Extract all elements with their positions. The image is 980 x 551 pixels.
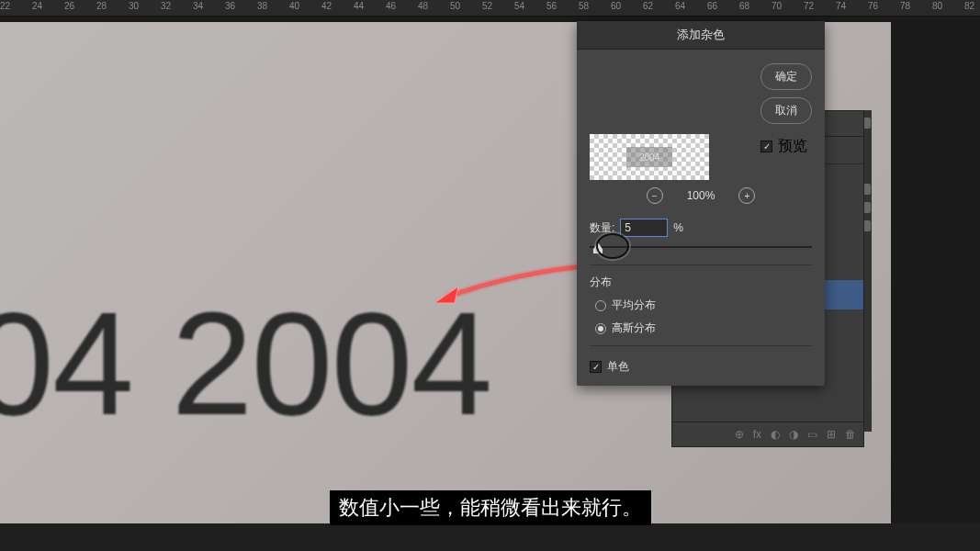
zoom-out-icon[interactable]: − bbox=[647, 187, 663, 204]
ruler-tick: 30 bbox=[129, 1, 139, 11]
preview-inner: 2004 bbox=[626, 147, 672, 167]
ruler-tick: 44 bbox=[354, 1, 364, 11]
ruler-tick: 36 bbox=[225, 1, 235, 11]
monochrome-checkbox[interactable]: ✓ bbox=[590, 361, 602, 373]
ruler-tick: 38 bbox=[257, 1, 267, 11]
radio-gaussian-label: 高斯分布 bbox=[612, 320, 656, 336]
radio-gaussian[interactable] bbox=[595, 323, 606, 334]
ruler-tick: 26 bbox=[64, 1, 74, 11]
ruler-tick: 22 bbox=[0, 1, 10, 11]
amount-input[interactable] bbox=[620, 219, 668, 237]
slider-thumb[interactable] bbox=[593, 242, 603, 253]
add-noise-dialog: 添加杂色 确定 取消 ✓ 预览 2004 − 100% + 数量: % 分布 bbox=[577, 21, 825, 386]
dialog-title: 添加杂色 bbox=[577, 21, 825, 50]
ruler-tick: 40 bbox=[289, 1, 299, 11]
ruler-tick: 34 bbox=[193, 1, 203, 11]
distribution-label: 分布 bbox=[590, 275, 812, 290]
bottom-strip bbox=[0, 523, 980, 551]
ruler-horizontal: 22 24 26 28 30 32 34 36 38 40 42 44 46 4… bbox=[0, 0, 980, 17]
amount-unit: % bbox=[673, 221, 683, 234]
ruler-tick: 46 bbox=[386, 1, 396, 11]
ruler-tick: 32 bbox=[161, 1, 171, 11]
new-layer-icon[interactable]: ⊞ bbox=[827, 428, 836, 441]
ruler-tick: 64 bbox=[675, 1, 685, 11]
group-icon[interactable]: ▭ bbox=[807, 428, 817, 441]
ruler-tick: 24 bbox=[32, 1, 42, 11]
fx-icon[interactable]: fx bbox=[753, 428, 761, 441]
radio-uniform-label: 平均分布 bbox=[612, 298, 656, 313]
ruler-tick: 70 bbox=[772, 1, 782, 11]
radio-uniform[interactable] bbox=[595, 300, 606, 311]
ruler-tick: 54 bbox=[514, 1, 524, 11]
ruler-tick: 58 bbox=[579, 1, 589, 11]
mask-icon[interactable]: ◐ bbox=[771, 428, 780, 441]
slider-track bbox=[590, 246, 812, 248]
ruler-tick: 50 bbox=[450, 1, 460, 11]
preview-thumbnail[interactable]: 2004 bbox=[590, 134, 709, 180]
zoom-in-icon[interactable]: + bbox=[738, 187, 755, 204]
preview-checkbox[interactable]: ✓ bbox=[760, 141, 772, 152]
layers-footer: ⊕ fx ◐ ◑ ▭ ⊞ 🗑 bbox=[672, 422, 863, 446]
ruler-tick: 28 bbox=[96, 1, 107, 11]
ruler-tick: 74 bbox=[836, 1, 846, 11]
cancel-button[interactable]: 取消 bbox=[760, 97, 812, 124]
trash-icon[interactable]: 🗑 bbox=[845, 428, 856, 441]
amount-label: 数量: bbox=[590, 220, 614, 236]
ruler-tick: 66 bbox=[707, 1, 717, 11]
adjustment-icon[interactable]: ◑ bbox=[789, 428, 798, 441]
ruler-tick: 42 bbox=[321, 1, 332, 11]
ruler-tick: 56 bbox=[546, 1, 557, 11]
ok-button[interactable]: 确定 bbox=[760, 63, 812, 90]
ruler-tick: 48 bbox=[418, 1, 428, 11]
ruler-tick: 80 bbox=[932, 1, 942, 11]
subtitle-caption: 数值小一些，能稍微看出来就行。 bbox=[330, 490, 651, 525]
ruler-tick: 76 bbox=[868, 1, 878, 11]
ruler-tick: 78 bbox=[900, 1, 910, 11]
ruler-tick: 72 bbox=[804, 1, 814, 11]
ruler-tick: 62 bbox=[643, 1, 653, 11]
ruler-tick: 68 bbox=[739, 1, 749, 11]
preview-label: 预览 bbox=[778, 137, 807, 156]
zoom-level: 100% bbox=[687, 189, 715, 202]
canvas-text: 04 2004 bbox=[0, 279, 490, 448]
link-layers-icon[interactable]: ⊕ bbox=[735, 428, 744, 441]
ruler-tick: 60 bbox=[611, 1, 621, 11]
monochrome-label: 单色 bbox=[607, 359, 629, 375]
amount-slider[interactable] bbox=[590, 241, 812, 255]
ruler-tick: 52 bbox=[482, 1, 492, 11]
ruler-tick: 82 bbox=[964, 1, 974, 11]
